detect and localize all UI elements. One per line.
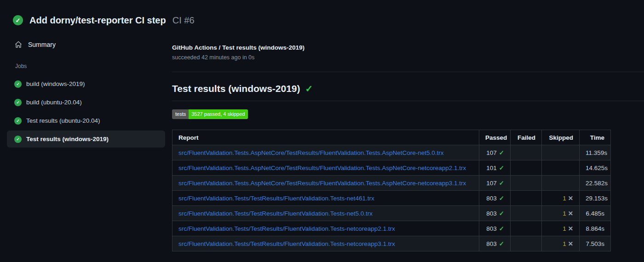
- report-link[interactable]: src/FluentValidation.Tests.AspNetCore/Te…: [178, 180, 466, 187]
- skipped-cell: 1✕: [542, 236, 580, 251]
- job-label: build (ubuntu-20.04): [26, 99, 82, 106]
- results-table-body: src/FluentValidation.Tests.AspNetCore/Te…: [172, 145, 611, 251]
- home-icon: [15, 41, 22, 48]
- skipped-cell: 1✕: [542, 221, 580, 236]
- failed-cell: [511, 145, 542, 160]
- sidebar-job-item[interactable]: ✓ build (windows-2019): [7, 75, 165, 92]
- column-header-failed: Failed: [511, 130, 542, 145]
- column-header-passed: Passed: [479, 130, 511, 145]
- check-run-breadcrumb: GitHub Actions / Test results (windows-2…: [172, 44, 644, 51]
- section-title: Test results (windows-2019): [172, 83, 300, 94]
- column-header-report: Report: [172, 130, 479, 145]
- failed-cell: [511, 160, 542, 176]
- report-link[interactable]: src/FluentValidation.Tests.AspNetCore/Te…: [178, 165, 466, 171]
- skipped-cell: [542, 160, 580, 176]
- passed-cell: 803✓: [479, 206, 511, 221]
- failed-cell: [511, 176, 542, 191]
- report-link[interactable]: src/FluentValidation.Tests/TestResults/F…: [178, 210, 373, 217]
- time-cell: 29.153s: [580, 191, 611, 206]
- job-label: Test results (windows-2019): [26, 136, 109, 142]
- table-row: src/FluentValidation.Tests/TestResults/F…: [172, 191, 611, 206]
- skipped-x-icon: ✕: [568, 225, 573, 232]
- passed-cell: 101✓: [479, 160, 511, 176]
- sidebar-job-item[interactable]: ✓ Test results (windows-2019): [7, 131, 165, 148]
- table-row: src/FluentValidation.Tests/TestResults/F…: [172, 221, 611, 236]
- failed-cell: [511, 191, 542, 206]
- skipped-x-icon: ✕: [568, 195, 573, 202]
- main-content: GitHub Actions / Test results (windows-2…: [172, 32, 644, 251]
- passed-check-icon: ✓: [499, 165, 504, 171]
- sidebar-job-item[interactable]: ✓ Test results (ubuntu-20.04): [7, 112, 165, 129]
- table-header-row: Report Passed Failed Skipped Time: [172, 130, 611, 145]
- failed-cell: [511, 221, 542, 236]
- skipped-cell: 1✕: [542, 206, 580, 221]
- tests-badge: tests 3527 passed, 4 skipped: [172, 109, 248, 119]
- passed-check-icon: ✓: [499, 149, 504, 156]
- run-header: ✓ Add dorny/test-reporter CI step CI #6: [0, 0, 644, 32]
- job-success-check-icon: ✓: [14, 99, 22, 106]
- table-row: src/FluentValidation.Tests.AspNetCore/Te…: [172, 176, 611, 191]
- report-link[interactable]: src/FluentValidation.Tests/TestResults/F…: [178, 225, 395, 232]
- time-cell: 7.503s: [580, 236, 611, 251]
- table-row: src/FluentValidation.Tests.AspNetCore/Te…: [172, 160, 611, 176]
- badge-value: 3527 passed, 4 skipped: [189, 109, 248, 119]
- table-row: src/FluentValidation.Tests.AspNetCore/Te…: [172, 145, 611, 160]
- passed-check-icon: ✓: [499, 180, 504, 187]
- report-link[interactable]: src/FluentValidation.Tests/TestResults/F…: [178, 195, 374, 202]
- passed-cell: 803✓: [479, 236, 511, 251]
- passed-check-icon: ✓: [499, 195, 504, 202]
- passed-cell: 107✓: [479, 145, 511, 160]
- skipped-x-icon: ✕: [568, 210, 573, 217]
- divider: [172, 72, 644, 72]
- table-row: src/FluentValidation.Tests/TestResults/F…: [172, 206, 611, 221]
- time-cell: 6.485s: [580, 206, 611, 221]
- report-link[interactable]: src/FluentValidation.Tests/TestResults/F…: [178, 240, 395, 247]
- sidebar-item-summary[interactable]: Summary: [7, 37, 165, 52]
- passed-cell: 107✓: [479, 176, 511, 191]
- sidebar-job-item[interactable]: ✓ build (ubuntu-20.04): [7, 94, 165, 111]
- run-title: Add dorny/test-reporter CI step: [29, 15, 166, 26]
- page-layout: Summary Jobs ✓ build (windows-2019) ✓ bu…: [0, 32, 644, 251]
- section-success-check-icon: ✓: [305, 83, 313, 94]
- jobs-list: ✓ build (windows-2019) ✓ build (ubuntu-2…: [7, 75, 165, 148]
- job-success-check-icon: ✓: [14, 136, 22, 143]
- sidebar: Summary Jobs ✓ build (windows-2019) ✓ bu…: [0, 32, 172, 149]
- run-number: CI #6: [172, 15, 195, 26]
- passed-check-icon: ✓: [499, 240, 504, 247]
- job-success-check-icon: ✓: [14, 117, 22, 125]
- run-status-line: succeeded 42 minutes ago in 0s: [172, 54, 644, 61]
- column-header-time: Time: [580, 130, 611, 145]
- passed-cell: 803✓: [479, 221, 511, 236]
- badge-label: tests: [172, 109, 189, 119]
- failed-cell: [511, 206, 542, 221]
- job-success-check-icon: ✓: [14, 80, 22, 88]
- time-cell: 22.582s: [580, 176, 611, 191]
- skipped-cell: 1✕: [542, 191, 580, 206]
- results-table: Report Passed Failed Skipped Time src/Fl…: [172, 130, 611, 251]
- run-success-check-icon: ✓: [13, 15, 23, 25]
- passed-check-icon: ✓: [499, 210, 504, 217]
- job-label: build (windows-2019): [26, 80, 85, 87]
- passed-cell: 803✓: [479, 191, 511, 206]
- sidebar-summary-label: Summary: [28, 41, 56, 48]
- failed-cell: [511, 236, 542, 251]
- passed-check-icon: ✓: [499, 225, 504, 232]
- column-header-skipped: Skipped: [542, 130, 580, 145]
- skipped-cell: [542, 145, 580, 160]
- job-label: Test results (ubuntu-20.04): [26, 117, 100, 124]
- report-link[interactable]: src/FluentValidation.Tests.AspNetCore/Te…: [178, 149, 444, 156]
- time-cell: 8.864s: [580, 221, 611, 236]
- table-row: src/FluentValidation.Tests/TestResults/F…: [172, 236, 611, 251]
- time-cell: 14.625s: [580, 160, 611, 176]
- skipped-cell: [542, 176, 580, 191]
- skipped-x-icon: ✕: [568, 240, 573, 247]
- time-cell: 11.359s: [580, 145, 611, 160]
- jobs-section-label: Jobs: [7, 52, 165, 74]
- divider: [172, 101, 644, 101]
